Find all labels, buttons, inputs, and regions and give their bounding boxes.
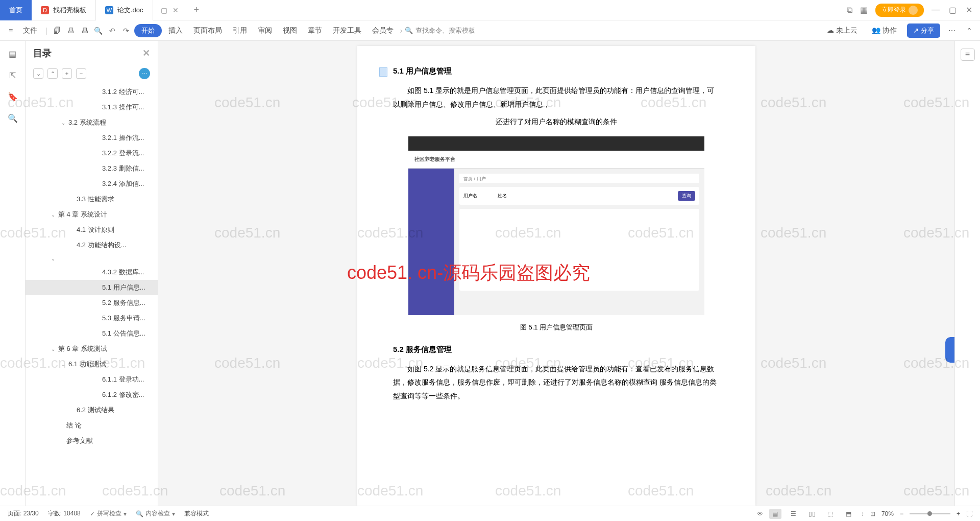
outline-close-icon[interactable]: ✕: [142, 48, 150, 59]
zoom-fit-icon[interactable]: ↕: [861, 510, 864, 517]
outline-item[interactable]: 6.1.2 修改密...: [26, 387, 158, 402]
para-5-2: 如图 5.2 显示的就是服务信息管理页面，此页面提供给管理员的功能有：查看已发布…: [393, 362, 720, 403]
undo-icon[interactable]: ↶: [107, 25, 118, 36]
search-icon: 🔍: [405, 27, 413, 34]
expand-all-icon[interactable]: ⌃: [47, 68, 58, 79]
tab-home[interactable]: 首页: [0, 0, 32, 20]
view-web-icon[interactable]: ⬚: [824, 509, 837, 519]
new-tab-button[interactable]: +: [186, 5, 207, 15]
right-panel-toggle-icon[interactable]: ≡: [961, 49, 975, 61]
more-icon[interactable]: ⋯: [946, 25, 958, 36]
left-rail: ▤ ⇱ 🔖 🔍: [0, 41, 26, 506]
preview-icon[interactable]: 🔍: [93, 25, 104, 36]
export-icon[interactable]: ⇱: [8, 70, 18, 80]
page-indicator[interactable]: 页面: 23/30: [8, 509, 39, 518]
outline-list: 3.1.2 经济可...3.1.3 操作可...⌄3.2 系统流程3.2.1 操…: [26, 84, 158, 506]
outline-item[interactable]: 3.2.4 添加信...: [26, 176, 158, 192]
zoom-in-icon[interactable]: +: [957, 510, 960, 517]
page-marker-icon: [379, 67, 387, 77]
tab-review[interactable]: 审阅: [254, 24, 276, 37]
tab-dev[interactable]: 开发工具: [329, 24, 365, 37]
zoom-slider[interactable]: [910, 513, 950, 514]
tab-start[interactable]: 开始: [134, 24, 162, 37]
outline-item[interactable]: 3.2.1 操作流...: [26, 130, 158, 146]
outline-item[interactable]: 5.3 服务申请...: [26, 311, 158, 326]
layout-icon[interactable]: ⧉: [847, 6, 852, 15]
outline-icon[interactable]: ▤: [8, 49, 18, 59]
right-tab-handle[interactable]: [945, 337, 954, 363]
outline-item[interactable]: 5.1 公告信息...: [26, 326, 158, 341]
spellcheck-button[interactable]: ✓ 拼写检查 ▾: [90, 509, 127, 518]
print-icon[interactable]: 🖶: [65, 25, 77, 36]
document-area: 5.1 用户信息管理 如图 5.1 显示的就是用户信息管理页面，此页面提供给管理…: [158, 41, 954, 506]
outline-item[interactable]: 4.2 功能结构设...: [26, 238, 158, 253]
outline-item[interactable]: ⌄第 4 章 系统设计: [26, 207, 158, 222]
outline-item[interactable]: 参考文献: [26, 433, 158, 448]
outline-item[interactable]: 结 论: [26, 418, 158, 433]
outline-item[interactable]: 3.2.2 登录流...: [26, 146, 158, 161]
collab-button[interactable]: 👥 协作: [868, 24, 901, 37]
outline-item[interactable]: 3.1.2 经济可...: [26, 84, 158, 100]
minimize-icon[interactable]: —: [932, 5, 940, 15]
word-count[interactable]: 字数: 10408: [48, 509, 81, 518]
outline-bubble-icon[interactable]: ⋯: [139, 68, 150, 79]
expand-icon[interactable]: ⌃: [964, 25, 975, 36]
outline-item[interactable]: ⌄6.1 功能测试: [26, 357, 158, 372]
share-button[interactable]: ↗ 分享: [907, 23, 940, 38]
tab-chapter[interactable]: 章节: [304, 24, 326, 37]
add-icon[interactable]: +: [62, 68, 72, 79]
outline-item[interactable]: ⌄第 6 章 系统测试: [26, 341, 158, 357]
close-window-icon[interactable]: ✕: [966, 5, 972, 15]
content-check-button[interactable]: 🔍 内容检查 ▾: [136, 509, 175, 518]
tab-document[interactable]: W论文.doc: [96, 0, 153, 20]
outline-item[interactable]: 5.1 用户信息...: [26, 280, 158, 295]
maximize-icon[interactable]: ▢: [949, 5, 957, 15]
outline-item[interactable]: ⌄3.2 系统流程: [26, 115, 158, 130]
view-page-icon[interactable]: ▤: [769, 509, 781, 519]
tab-close-icon[interactable]: ✕: [173, 6, 179, 14]
command-search[interactable]: 🔍查找命令、搜索模板: [405, 26, 475, 35]
zoom-settings-icon[interactable]: ⊡: [870, 510, 875, 517]
tab-refs[interactable]: 引用: [229, 24, 251, 37]
collapse-all-icon[interactable]: ⌄: [33, 68, 43, 79]
redo-icon[interactable]: ↷: [120, 25, 132, 36]
tab-controls: ▢ ✕: [153, 6, 186, 14]
fullscreen-icon[interactable]: ⛶: [966, 510, 972, 517]
view-tools-icon[interactable]: ⬒: [843, 509, 855, 519]
outline-panel: 目录✕ ⌄ ⌃ + − ⋯ 3.1.2 经济可...3.1.3 操作可...⌄3…: [26, 41, 158, 506]
print-preview-icon[interactable]: 🖶: [79, 25, 90, 36]
tab-member[interactable]: 会员专: [368, 24, 398, 37]
outline-item[interactable]: 6.2 测试结果: [26, 402, 158, 418]
outline-item[interactable]: 6.1.1 登录功...: [26, 372, 158, 387]
cloud-status[interactable]: ☁ 未上云: [823, 24, 862, 37]
statusbar: 页面: 23/30 字数: 10408 ✓ 拼写检查 ▾ 🔍 内容检查 ▾ 兼容…: [0, 506, 980, 521]
document-page[interactable]: 5.1 用户信息管理 如图 5.1 显示的就是用户信息管理页面，此页面提供给管理…: [357, 46, 755, 506]
outline-item[interactable]: 5.2 服务信息...: [26, 295, 158, 311]
outline-item[interactable]: ⌄: [26, 253, 158, 265]
bookmark-icon[interactable]: 🔖: [8, 91, 18, 102]
outline-item[interactable]: 4.3.2 数据库...: [26, 265, 158, 280]
tab-window-icon[interactable]: ▢: [161, 6, 167, 14]
tab-insert[interactable]: 插入: [164, 24, 187, 37]
fig-app-title: 社区养老服务平台: [408, 151, 704, 169]
file-menu[interactable]: 文件: [19, 24, 41, 37]
tab-view[interactable]: 视图: [279, 24, 301, 37]
save-icon[interactable]: 🗐: [52, 25, 63, 36]
apps-icon[interactable]: ▦: [860, 5, 868, 15]
menu-icon[interactable]: ≡: [5, 25, 16, 36]
zoom-level[interactable]: 70%: [881, 510, 894, 517]
outline-item[interactable]: 3.3 性能需求: [26, 192, 158, 207]
outline-item[interactable]: 3.1.3 操作可...: [26, 100, 158, 115]
view-outline-icon[interactable]: ☰: [788, 509, 800, 519]
tab-templates[interactable]: D找稻壳模板: [32, 0, 96, 20]
search-rail-icon[interactable]: 🔍: [8, 113, 18, 123]
zoom-out-icon[interactable]: −: [900, 510, 903, 517]
read-mode-icon[interactable]: 👁: [757, 510, 763, 517]
outline-item[interactable]: 3.2.3 删除信...: [26, 161, 158, 176]
login-button[interactable]: 立即登录: [875, 4, 924, 17]
outline-item[interactable]: 4.1 设计原则: [26, 222, 158, 238]
view-book-icon[interactable]: ▯▯: [806, 509, 818, 519]
compat-mode: 兼容模式: [184, 509, 209, 518]
tab-layout[interactable]: 页面布局: [189, 24, 226, 37]
remove-icon[interactable]: −: [76, 68, 86, 79]
